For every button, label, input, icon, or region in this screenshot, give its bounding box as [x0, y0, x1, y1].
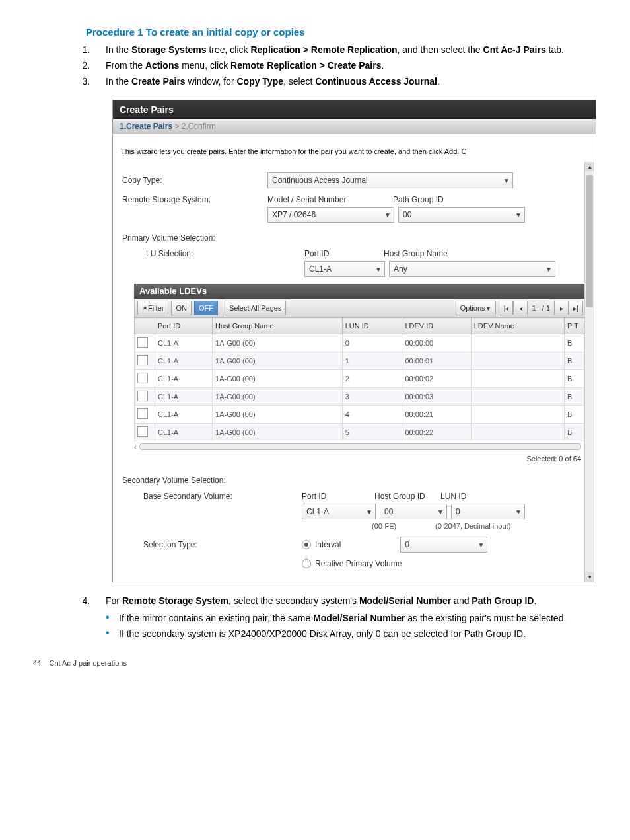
- text: Remote Replication > Create Pairs: [230, 60, 381, 71]
- col-pt[interactable]: P T: [565, 318, 586, 334]
- text: Replication > Remote Replication: [250, 44, 397, 55]
- table-row[interactable]: CL1-A1A-G00 (00)200:00:02B: [135, 370, 586, 388]
- procedure-title: Procedure 1 To create an initial copy or…: [86, 26, 597, 38]
- cell-pt: B: [565, 334, 586, 352]
- text: .: [437, 76, 440, 87]
- step-3: In the Create Pairs window, for Copy Typ…: [92, 76, 597, 87]
- filter-off-button[interactable]: OFF: [194, 301, 218, 315]
- row-checkbox[interactable]: [137, 337, 148, 348]
- page-first-button[interactable]: |◂: [499, 301, 513, 315]
- page-number: 44: [33, 659, 41, 667]
- text: as the existing pair's must be selected.: [405, 613, 566, 623]
- sec-port-id-select[interactable]: CL1-A ▼: [302, 504, 376, 519]
- radio-interval-label: Interval: [315, 540, 341, 549]
- table-row[interactable]: CL1-A1A-G00 (00)300:00:03B: [135, 388, 586, 406]
- sec-lun-id-select[interactable]: 0 ▼: [451, 504, 525, 519]
- secondary-volume-label: Secondary Volume Selection:: [122, 476, 586, 485]
- table-row[interactable]: CL1-A1A-G00 (00)100:00:01B: [135, 352, 586, 370]
- copy-type-label: Copy Type:: [122, 176, 267, 185]
- chevron-down-icon: ▼: [503, 177, 510, 184]
- wizard-instruction: This wizard lets you create pairs. Enter…: [113, 134, 596, 162]
- table-row[interactable]: CL1-A1A-G00 (00)500:00:22B: [135, 424, 586, 441]
- copy-type-value: Continuous Access Journal: [272, 176, 368, 185]
- options-button[interactable]: Options ▼: [456, 301, 497, 315]
- cell-ldev: 00:00:00: [402, 334, 471, 352]
- col-host-group[interactable]: Host Group Name: [213, 318, 343, 334]
- text: menu, click: [179, 60, 230, 71]
- text: For: [106, 595, 122, 606]
- bullet-1: If the mirror contains an existing pair,…: [106, 613, 597, 623]
- port-id-select[interactable]: CL1-A ▼: [304, 261, 385, 277]
- step-1: In the Storage Systems tree, click Repli…: [92, 44, 597, 55]
- row-checkbox[interactable]: [137, 373, 148, 383]
- page-last-button[interactable]: ▸|: [569, 301, 583, 315]
- row-checkbox[interactable]: [137, 426, 148, 437]
- chevron-down-icon: ▼: [375, 266, 382, 273]
- scroll-thumb[interactable]: [586, 175, 593, 307]
- sec-lun-id-value: 0: [456, 507, 460, 516]
- text: If the mirror contains an existing pair,…: [119, 613, 313, 623]
- cell-pt: B: [565, 388, 586, 406]
- interval-select[interactable]: 0 ▼: [400, 537, 487, 553]
- col-ldev-name[interactable]: LDEV Name: [471, 318, 564, 334]
- col-port-id[interactable]: Port ID: [155, 318, 213, 334]
- table-row[interactable]: CL1-A1A-G00 (00)000:00:00B: [135, 334, 586, 352]
- crumb-create-pairs[interactable]: 1.Create Pairs: [120, 122, 172, 131]
- host-group-value: Any: [394, 264, 407, 274]
- row-checkbox[interactable]: [137, 391, 148, 401]
- path-group-select[interactable]: 00 ▼: [398, 207, 525, 223]
- cell-hg: 1A-G00 (00): [213, 352, 343, 370]
- row-checkbox[interactable]: [137, 408, 148, 419]
- cell-lun: 2: [342, 370, 402, 388]
- col-ldev-id[interactable]: LDEV ID: [402, 318, 471, 334]
- vertical-scrollbar[interactable]: ▴ ▾: [584, 162, 594, 582]
- filter-on-button[interactable]: ON: [171, 301, 192, 315]
- text: In the: [106, 76, 131, 87]
- copy-type-select[interactable]: Continuous Access Journal ▼: [267, 172, 513, 188]
- crumb-confirm[interactable]: 2.Confirm: [182, 122, 216, 131]
- cell-name: [471, 388, 564, 406]
- cell-name: [471, 334, 564, 352]
- scroll-up-icon[interactable]: ▴: [585, 162, 594, 171]
- text: tree, click: [207, 44, 251, 55]
- page-next-button[interactable]: ▸: [554, 301, 569, 315]
- page-current: 1: [532, 304, 536, 312]
- chevron-down-icon: ▼: [384, 211, 391, 219]
- cell-lun: 5: [342, 424, 402, 441]
- sec-hg-hint: (00-FE): [372, 522, 431, 530]
- text: Continuous Access Journal: [315, 76, 437, 87]
- cell-port: CL1-A: [155, 352, 213, 370]
- horizontal-scrollbar[interactable]: ‹›: [134, 441, 586, 452]
- cell-port: CL1-A: [155, 406, 213, 424]
- radio-relative-primary[interactable]: [302, 559, 311, 568]
- options-label: Options: [460, 304, 485, 312]
- text: Storage Systems: [131, 44, 207, 55]
- radio-interval[interactable]: [302, 540, 311, 549]
- cell-lun: 4: [342, 406, 402, 424]
- text: window, for: [186, 76, 237, 87]
- model-serial-label: Model / Serial Number: [267, 195, 393, 204]
- filter-button[interactable]: ✶ Filter: [137, 301, 168, 315]
- chevron-down-icon: ▼: [485, 305, 492, 312]
- cell-pt: B: [565, 352, 586, 370]
- model-serial-select[interactable]: XP7 / 02646 ▼: [267, 207, 394, 223]
- col-lun-id[interactable]: LUN ID: [342, 318, 402, 334]
- step-list: In the Storage Systems tree, click Repli…: [92, 44, 597, 87]
- sec-host-group-value: 00: [384, 507, 393, 516]
- host-group-select[interactable]: Any ▼: [389, 261, 555, 277]
- select-all-pages-button[interactable]: Select All Pages: [225, 301, 287, 315]
- base-secondary-label: Base Secondary Volume:: [134, 492, 302, 501]
- scroll-down-icon[interactable]: ▾: [585, 572, 594, 582]
- table-row[interactable]: CL1-A1A-G00 (00)400:00:21B: [135, 406, 586, 424]
- text: .: [381, 60, 384, 71]
- text: tab.: [546, 44, 564, 55]
- sec-host-group-select[interactable]: 00 ▼: [380, 504, 447, 519]
- page-prev-button[interactable]: ◂: [513, 301, 528, 315]
- cell-port: CL1-A: [155, 424, 213, 441]
- create-pairs-dialog: Create Pairs 1.Create Pairs > 2.Confirm …: [112, 100, 596, 582]
- cell-name: [471, 424, 564, 441]
- sec-lun-id-label: LUN ID: [440, 492, 466, 501]
- row-checkbox[interactable]: [137, 355, 148, 365]
- interval-value: 0: [405, 540, 409, 549]
- text: and: [451, 595, 472, 606]
